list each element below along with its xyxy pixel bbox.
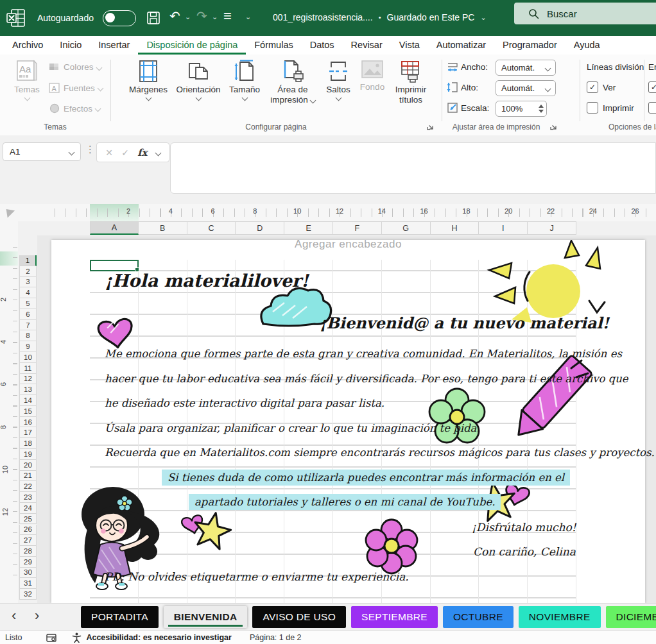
- row-header[interactable]: 20: [19, 460, 37, 471]
- sheet-tab-aviso-de-uso[interactable]: AVISO DE USO: [252, 606, 346, 628]
- row-header[interactable]: 23: [19, 492, 37, 503]
- row-header[interactable]: 28: [19, 546, 37, 557]
- scale-spinner[interactable]: 100%: [496, 101, 547, 117]
- sheet-nav-left-icon[interactable]: ‹: [12, 607, 16, 624]
- headings-print-checkbox[interactable]: [648, 102, 656, 114]
- row-header[interactable]: 9: [19, 341, 37, 352]
- row-header[interactable]: 6: [19, 309, 37, 320]
- fx-chevron-icon[interactable]: [155, 149, 161, 156]
- scale-to-fit-dialog-launcher-icon[interactable]: [549, 123, 558, 131]
- column-header[interactable]: J: [528, 221, 576, 235]
- size-button[interactable]: Tamaño: [226, 60, 263, 100]
- name-box[interactable]: A1: [3, 142, 81, 161]
- scale-spinner-arrows[interactable]: [539, 105, 544, 113]
- effects-button[interactable]: Efectos: [49, 103, 100, 114]
- ribbon-tab-inicio[interactable]: Inicio: [51, 37, 90, 55]
- row-header[interactable]: 10: [19, 352, 37, 363]
- sheet-tab-septiembre[interactable]: SEPTIEMBRE: [351, 606, 438, 628]
- headings-view-checkbox[interactable]: ✓: [648, 81, 656, 93]
- column-header[interactable]: H: [431, 221, 479, 235]
- undo-chevron-icon[interactable]: ⌄: [185, 13, 191, 21]
- row-header[interactable]: 4: [19, 287, 37, 298]
- sheet-tab-diciembre[interactable]: DICIEMBRE: [606, 606, 656, 628]
- print-titles-button[interactable]: Imprimir títulos: [389, 60, 433, 105]
- ribbon-tab-disposición-de-página[interactable]: Disposición de página: [138, 37, 246, 55]
- row-header[interactable]: 32: [19, 589, 37, 600]
- row-header[interactable]: 19: [19, 449, 37, 460]
- ribbon-tab-archivo[interactable]: Archivo: [4, 37, 51, 55]
- row-header[interactable]: 16: [19, 417, 37, 428]
- column-header[interactable]: D: [236, 221, 284, 235]
- row-header[interactable]: 29: [19, 557, 37, 568]
- print-area-button[interactable]: Área de impresión: [267, 60, 318, 105]
- column-header[interactable]: B: [139, 221, 187, 235]
- width-dropdown[interactable]: Automát.: [496, 60, 556, 76]
- row-header[interactable]: 12: [19, 374, 37, 385]
- column-header[interactable]: F: [333, 221, 382, 235]
- sheet-canvas[interactable]: Agregar encabezado: [37, 235, 656, 603]
- ribbon-tab-insertar[interactable]: Insertar: [90, 37, 138, 55]
- row-header[interactable]: 21: [19, 471, 37, 482]
- row-header[interactable]: 1: [19, 255, 37, 266]
- row-header[interactable]: 25: [19, 514, 37, 525]
- row-header[interactable]: 26: [19, 525, 37, 536]
- ribbon-tab-ayuda[interactable]: Ayuda: [565, 37, 609, 55]
- ribbon-tab-revisar[interactable]: Revisar: [343, 37, 391, 55]
- ribbon-tab-automatizar[interactable]: Automatizar: [428, 37, 494, 55]
- accessibility-status[interactable]: Accesibilidad: es necesario investigar: [86, 633, 232, 642]
- sheet-tab-bienvenida[interactable]: BIENVENIDA: [164, 606, 248, 628]
- formula-input[interactable]: [170, 142, 656, 194]
- row-header[interactable]: 13: [19, 384, 37, 395]
- row-header[interactable]: 5: [19, 298, 37, 309]
- gridlines-view-checkbox[interactable]: ✓ Ver: [587, 81, 616, 93]
- autosave-toggle[interactable]: [103, 10, 136, 26]
- display-settings-icon[interactable]: [46, 633, 56, 643]
- column-header[interactable]: E: [284, 221, 333, 235]
- saved-status-chevron-icon[interactable]: ⌄: [480, 13, 486, 22]
- height-dropdown[interactable]: Automát.: [496, 80, 556, 96]
- cancel-icon[interactable]: ✕: [105, 148, 113, 158]
- saved-status[interactable]: Guardado en Este PC: [387, 12, 475, 22]
- row-header[interactable]: 2: [19, 266, 37, 277]
- quick-access-chevron-icon[interactable]: ⌄: [245, 13, 251, 21]
- accessibility-icon[interactable]: [72, 632, 82, 643]
- column-header[interactable]: A: [90, 221, 139, 235]
- breaks-button[interactable]: Saltos: [322, 60, 354, 100]
- row-header[interactable]: 27: [19, 535, 37, 546]
- themes-button[interactable]: Aa Temas: [10, 60, 44, 100]
- insert-function-icon[interactable]: fx: [137, 147, 147, 158]
- sheet-tab-portadita[interactable]: PORTADITA: [81, 606, 159, 628]
- search-box[interactable]: Buscar: [514, 3, 656, 24]
- orientation-button[interactable]: Orientación: [175, 60, 222, 100]
- page-setup-dialog-launcher-icon[interactable]: [426, 123, 435, 131]
- row-header[interactable]: 24: [19, 503, 37, 514]
- colors-button[interactable]: Colores: [49, 62, 101, 72]
- ribbon-tab-programador[interactable]: Programador: [494, 37, 565, 55]
- column-header[interactable]: C: [187, 221, 236, 235]
- more-options-icon[interactable]: ⋮: [85, 144, 95, 155]
- ribbon-tab-datos[interactable]: Datos: [302, 37, 343, 55]
- row-header[interactable]: 14: [19, 395, 37, 406]
- column-header[interactable]: I: [479, 221, 528, 235]
- undo-icon[interactable]: ↶: [169, 10, 180, 22]
- row-header[interactable]: 8: [19, 330, 37, 341]
- sheet-nav-right-icon[interactable]: ›: [35, 607, 39, 624]
- sheet-tab-octubre[interactable]: OCTUBRE: [443, 606, 514, 628]
- margins-button[interactable]: Márgenes: [126, 60, 171, 100]
- row-header[interactable]: 11: [19, 363, 37, 374]
- row-header[interactable]: 22: [19, 481, 37, 492]
- enter-icon[interactable]: ✓: [121, 148, 129, 158]
- column-header[interactable]: G: [382, 221, 431, 235]
- menu-icon[interactable]: ≡: [223, 10, 232, 22]
- worksheet-page[interactable]: Agregar encabezado: [51, 240, 645, 603]
- save-icon[interactable]: [146, 11, 160, 25]
- row-header[interactable]: 31: [19, 578, 37, 589]
- row-header[interactable]: 17: [19, 427, 37, 438]
- row-header[interactable]: 30: [19, 568, 37, 579]
- ribbon-tab-fórmulas[interactable]: Fórmulas: [246, 37, 301, 55]
- sheet-tab-noviembre[interactable]: NOVIEMBRE: [519, 606, 601, 628]
- row-header[interactable]: 3: [19, 277, 37, 288]
- row-header[interactable]: 18: [19, 438, 37, 449]
- row-header[interactable]: 7: [19, 320, 37, 331]
- row-header[interactable]: 15: [19, 406, 37, 417]
